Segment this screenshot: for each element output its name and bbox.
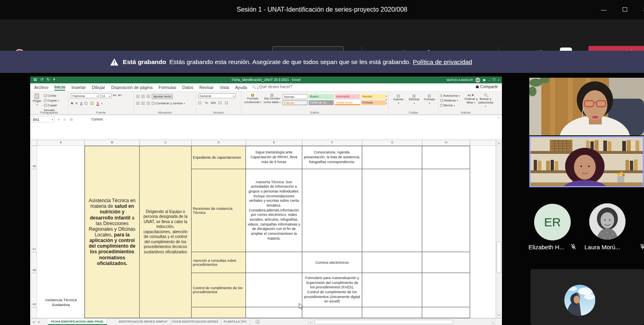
comma-style-button[interactable]: 000 xyxy=(211,101,216,105)
avatar-elizabeth[interactable]: ER xyxy=(534,204,571,240)
column-header-F[interactable]: F xyxy=(302,140,362,146)
cell-H49[interactable] xyxy=(422,273,470,307)
style-celda-comprobacion[interactable]: Celda de co... xyxy=(309,100,334,105)
horizontal-scroll-thumb[interactable] xyxy=(314,320,453,324)
cell-G46[interactable] xyxy=(362,146,422,169)
row-header-46[interactable]: 46 xyxy=(31,146,37,169)
new-sheet-button[interactable]: + xyxy=(256,320,260,324)
align-middle-icon[interactable] xyxy=(141,95,145,98)
cell-H47[interactable] xyxy=(422,169,470,252)
sheet-tab-plantilla-tpc[interactable]: PLANTILLA-TPC xyxy=(221,319,250,325)
fill-color-icon[interactable] xyxy=(91,102,93,105)
column-header-A[interactable]: A xyxy=(37,140,85,146)
row-header-48[interactable]: 48 xyxy=(31,252,37,273)
style-incorrecto[interactable]: Incorrecto xyxy=(335,94,360,99)
sort-filter-button[interactable]: AZ▼ Ordenar y filtrar ▾ xyxy=(464,93,478,104)
participant-video-tile-1[interactable] xyxy=(529,78,644,135)
cell-A46[interactable]: Asistencia Técnica Sustantiva xyxy=(37,146,85,318)
align-top-icon[interactable] xyxy=(136,95,140,98)
camera-off-button[interactable] xyxy=(507,47,526,51)
font-family-select[interactable]: Ytahoma▾ xyxy=(71,93,99,98)
align-left-icon[interactable] xyxy=(136,102,140,105)
more-options-button[interactable]: ••• xyxy=(468,47,487,51)
increase-decimal-icon[interactable] xyxy=(219,101,221,104)
cell-E48[interactable] xyxy=(246,252,302,273)
bold-button[interactable]: N xyxy=(71,101,73,105)
merge-center-button[interactable]: Combinar y centrar ▾ xyxy=(152,101,185,105)
borders-icon[interactable] xyxy=(85,102,87,105)
excel-share-button[interactable]: ☗ Compartir xyxy=(475,85,498,89)
excel-minimize-button[interactable]: – xyxy=(488,78,490,82)
menu-dibujar[interactable]: Dibujar xyxy=(92,85,105,90)
cell-F48[interactable]: Correos electrónicos xyxy=(302,252,362,273)
cell-D46[interactable]: Expediente de capacitaciones xyxy=(192,146,246,169)
mic-off-button[interactable] xyxy=(531,47,550,51)
style-neutral[interactable]: Neutral xyxy=(361,94,386,99)
menu-archivo[interactable]: Archivo xyxy=(34,85,48,90)
number-format-select[interactable]: General▾ xyxy=(198,93,235,98)
font-size-select[interactable]: 14▾ xyxy=(100,93,111,98)
avatar-laura[interactable] xyxy=(589,203,625,240)
column-header-D[interactable]: D xyxy=(192,140,246,146)
tell-me-search[interactable]: ¿Qué desea hacer? xyxy=(252,85,292,89)
style-normal[interactable]: Normal xyxy=(283,94,308,99)
autosum-button[interactable]: Σ Autosuma ▾ xyxy=(440,93,460,98)
underline-button[interactable]: S xyxy=(80,101,82,105)
cell-G49[interactable] xyxy=(362,273,422,307)
cell-E49[interactable] xyxy=(246,273,302,307)
wrap-text-button[interactable]: Ajustar texto xyxy=(152,94,173,99)
cell-partial-col[interactable] xyxy=(470,146,496,318)
cell-G47[interactable] xyxy=(362,169,422,252)
percent-button[interactable]: % xyxy=(205,101,208,105)
sheet-tab-ficha-unid-prod[interactable]: FICHA IDENTIFICACION UNID PROD xyxy=(48,319,107,325)
currency-icon[interactable] xyxy=(198,101,201,104)
cell-B47[interactable]: Asistencia Técnica en materia de salud e… xyxy=(85,146,140,318)
menu-insertar[interactable]: Insertar xyxy=(71,85,86,90)
breakout-rooms-button[interactable] xyxy=(443,47,462,51)
align-right-icon[interactable] xyxy=(147,102,150,105)
column-header-G[interactable]: G xyxy=(362,140,422,146)
insert-cells-button[interactable]: Insertar▾ xyxy=(392,94,405,105)
shrink-font-button[interactable]: A˅ xyxy=(118,93,122,98)
menu-vista[interactable]: Vista xyxy=(220,85,229,90)
sheet-tab-ficha-series[interactable]: FICHA IDENTIFICACION SERIES xyxy=(169,319,222,325)
cell-E50[interactable] xyxy=(246,307,302,318)
scroll-left-arrow[interactable]: ◂ xyxy=(308,320,313,324)
styles-gallery-scroll[interactable]: ▲▼≡ xyxy=(385,94,388,105)
scroll-right-arrow[interactable]: ▸ xyxy=(491,320,496,324)
excel-close-button[interactable]: × xyxy=(497,78,500,82)
cell-F49[interactable]: Formulario para Autoevaluación y Supervi… xyxy=(302,273,362,307)
font-color-button[interactable]: A xyxy=(97,101,99,106)
sheet-nav-arrows[interactable]: ◂ ▸ xyxy=(33,320,41,324)
column-header-H[interactable]: H xyxy=(422,140,470,146)
cell-F50[interactable] xyxy=(302,307,362,318)
grow-font-button[interactable]: A˄ xyxy=(113,93,117,98)
menu-disposicion[interactable]: Disposición de página xyxy=(111,85,153,90)
ribbon-display-options-icon[interactable]: ▣ xyxy=(483,78,486,82)
formula-bar-value[interactable]: Cursos xyxy=(91,117,103,121)
column-header-partial[interactable] xyxy=(470,140,496,146)
cell-F46[interactable]: Convocatoria, Agenda, presentación, la l… xyxy=(302,146,362,169)
scroll-up-arrow[interactable]: ▲ xyxy=(497,141,501,145)
leave-button[interactable]: Salir xyxy=(588,46,644,51)
close-button[interactable]: ✕ xyxy=(639,6,644,14)
name-box[interactable]: B61▾ xyxy=(31,116,55,122)
request-control-button[interactable]: Solicitar control xyxy=(272,46,344,51)
cell-E46[interactable]: Sigue tramitología ante Capacitación de … xyxy=(246,146,302,169)
cell-F47[interactable] xyxy=(302,169,362,252)
italic-button[interactable]: K xyxy=(76,101,78,105)
cell-H48[interactable] xyxy=(422,252,470,273)
cell-D49[interactable]: Control de cumplimiento de los procedimi… xyxy=(192,273,246,307)
style-calculo[interactable]: Cálculo xyxy=(283,100,308,105)
horizontal-scrollbar[interactable]: ◂ ▸ xyxy=(308,320,496,324)
menu-ayuda[interactable]: Ayuda xyxy=(235,85,247,90)
style-entrada[interactable]: Entrada xyxy=(361,100,386,105)
column-header-C[interactable]: C xyxy=(140,140,192,146)
menu-formulas[interactable]: Fórmulas xyxy=(159,85,176,90)
clear-button[interactable]: Borrar ▾ xyxy=(440,103,460,108)
participants-button[interactable] xyxy=(370,47,390,51)
user-avatar[interactable]: MA xyxy=(475,78,480,83)
menu-revisar[interactable]: Revisar xyxy=(199,85,214,90)
scroll-down-arrow[interactable]: ▼ xyxy=(497,313,501,318)
cell-H50[interactable] xyxy=(422,307,470,318)
